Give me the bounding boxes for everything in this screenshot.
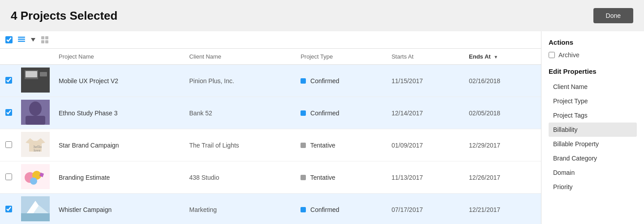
row-project-name: Mobile UX Project V2 xyxy=(53,65,184,97)
row-checkbox[interactable] xyxy=(5,141,12,148)
col-project-name: Project Name xyxy=(53,49,184,65)
row-client-name: The Trail of Lights xyxy=(184,129,296,161)
svg-rect-10 xyxy=(26,71,37,77)
row-project-type: Tentative xyxy=(295,161,386,194)
row-ends-at: 02/16/2018 xyxy=(464,65,541,97)
row-client-name: Bank 52 xyxy=(184,97,296,129)
col-ends-at[interactable]: Ends At ▼ xyxy=(464,49,541,65)
svg-rect-0 xyxy=(18,37,25,38)
row-ends-at: 12/29/2017 xyxy=(464,129,541,161)
archive-label: Archive xyxy=(558,51,580,59)
actions-title: Actions xyxy=(549,38,637,46)
svg-point-21 xyxy=(30,178,37,185)
row-ends-at: 12/26/2017 xyxy=(464,161,541,194)
type-label: Confirmed xyxy=(310,110,339,117)
type-label: Tentative xyxy=(310,142,335,149)
svg-rect-2 xyxy=(18,41,25,42)
row-starts-at: 11/15/2017 xyxy=(386,65,464,97)
sort-arrow: ▼ xyxy=(494,55,498,59)
svg-rect-1 xyxy=(18,39,25,40)
col-starts-at: Starts At xyxy=(386,49,464,65)
edit-property-item[interactable]: Project Tags xyxy=(549,108,637,123)
row-checkbox[interactable] xyxy=(5,109,12,116)
row-project-type: Confirmed xyxy=(295,65,386,97)
svg-rect-3 xyxy=(41,36,44,39)
archive-checkbox[interactable] xyxy=(549,52,555,58)
table-area: Project Name Client Name Project Type St… xyxy=(0,31,541,224)
row-starts-at: 12/14/2017 xyxy=(386,97,464,129)
col-thumb xyxy=(17,49,53,65)
type-label: Tentative xyxy=(310,174,335,181)
edit-property-item[interactable]: Priority xyxy=(549,180,637,194)
edit-property-item[interactable]: Billable Property xyxy=(549,137,637,151)
table-row: Ethno Study Phase 3 Bank 52 Confirmed 12… xyxy=(0,97,541,129)
done-button[interactable]: Done xyxy=(593,8,633,23)
archive-row: Archive xyxy=(549,51,637,59)
row-checkbox-cell xyxy=(0,161,17,194)
svg-rect-14 xyxy=(26,116,45,125)
table-row: Mobile UX Project V2 Pinion Plus, Inc. C… xyxy=(0,65,541,97)
table-row: Branding Estimate 438 Studio Tentative 1… xyxy=(0,161,541,194)
col-project-type: Project Type xyxy=(295,49,386,65)
row-checkbox[interactable] xyxy=(5,77,12,84)
row-project-type: Confirmed xyxy=(295,97,386,129)
row-checkbox-cell xyxy=(0,129,17,161)
row-client-name: 438 Studio xyxy=(184,161,296,194)
grid-view-button[interactable] xyxy=(39,35,50,45)
row-starts-at: 11/13/2017 xyxy=(386,161,464,194)
edit-property-item[interactable]: Brand Category xyxy=(549,151,637,165)
table-row: hellolove Star Brand Campaign The Trail … xyxy=(0,129,541,161)
type-label: Confirmed xyxy=(310,206,339,213)
row-client-name: Pinion Plus, Inc. xyxy=(184,65,296,97)
row-project-type: Confirmed xyxy=(295,194,386,224)
edit-property-item[interactable]: Project Type xyxy=(549,94,637,108)
row-thumbnail-cell xyxy=(17,65,53,97)
row-thumbnail-cell xyxy=(17,194,53,224)
page-header: 4 Projects Selected Done xyxy=(0,0,644,31)
row-client-name: Marketing xyxy=(184,194,296,224)
svg-rect-5 xyxy=(41,40,44,43)
edit-props-title: Edit Properties xyxy=(549,68,637,75)
svg-rect-6 xyxy=(45,40,48,43)
row-project-name: Branding Estimate xyxy=(53,161,184,194)
svg-point-13 xyxy=(29,101,42,116)
col-checkbox xyxy=(0,49,17,65)
row-project-name: Whistler Campaign xyxy=(53,194,184,224)
col-client-name: Client Name xyxy=(184,49,296,65)
view-icons xyxy=(16,35,50,45)
edit-property-item[interactable]: Billability xyxy=(549,123,637,137)
row-thumbnail-cell xyxy=(17,97,53,129)
row-checkbox[interactable] xyxy=(5,173,12,180)
table-toolbar xyxy=(0,31,541,49)
edit-property-item[interactable]: Client Name xyxy=(549,80,637,94)
sidebar: Actions Archive Edit Properties Client N… xyxy=(541,31,644,224)
table-header: Project Name Client Name Project Type St… xyxy=(0,49,541,65)
props-list: Client NameProject TypeProject TagsBilla… xyxy=(549,80,637,194)
row-project-name: Ethno Study Phase 3 xyxy=(53,97,184,129)
svg-rect-4 xyxy=(45,36,48,39)
dropdown-view-button[interactable] xyxy=(28,35,39,45)
type-label: Confirmed xyxy=(310,77,339,85)
row-checkbox-cell xyxy=(0,194,17,224)
edit-property-item[interactable]: Domain xyxy=(549,165,637,180)
projects-table: Project Name Client Name Project Type St… xyxy=(0,49,541,224)
row-project-name: Star Brand Campaign xyxy=(53,129,184,161)
table-body: Mobile UX Project V2 Pinion Plus, Inc. C… xyxy=(0,65,541,224)
row-checkbox-cell xyxy=(0,65,17,97)
row-thumbnail-cell xyxy=(17,161,53,194)
row-ends-at: 12/21/2017 xyxy=(464,194,541,224)
row-project-type: Tentative xyxy=(295,129,386,161)
row-thumbnail-cell: hellolove xyxy=(17,129,53,161)
svg-text:love: love xyxy=(34,148,41,152)
list-view-button[interactable] xyxy=(16,35,27,45)
row-ends-at: 02/05/2018 xyxy=(464,97,541,129)
svg-rect-26 xyxy=(21,213,50,221)
select-all-checkbox[interactable] xyxy=(5,36,13,43)
svg-rect-11 xyxy=(40,72,47,76)
row-starts-at: 07/17/2017 xyxy=(386,194,464,224)
table-row: Whistler Campaign Marketing Confirmed 07… xyxy=(0,194,541,224)
page-title: 4 Projects Selected xyxy=(11,9,117,23)
row-starts-at: 01/09/2017 xyxy=(386,129,464,161)
row-checkbox[interactable] xyxy=(5,206,12,212)
row-checkbox-cell xyxy=(0,97,17,129)
